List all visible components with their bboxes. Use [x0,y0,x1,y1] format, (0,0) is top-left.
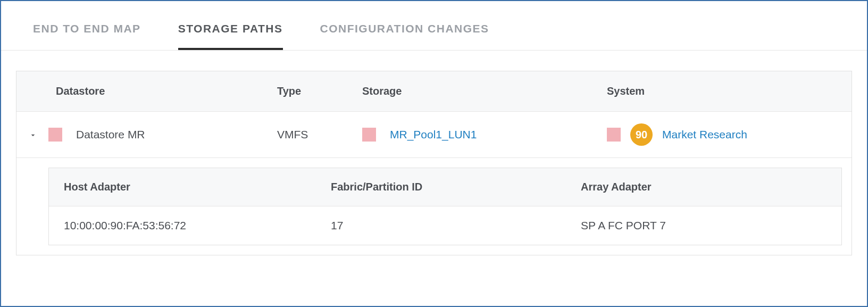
column-datastore-header: Datastore [48,85,277,97]
status-indicator-icon [48,128,62,142]
sub-table: Host Adapter Fabric/Partition ID Array A… [48,168,842,245]
fabric-partition-value: 17 [331,219,581,232]
health-score-badge: 90 [630,123,653,146]
tab-configuration-changes[interactable]: CONFIGURATION CHANGES [320,6,489,50]
array-adapter-value: SP A FC PORT 7 [581,219,804,232]
tab-bar: END TO END MAP STORAGE PATHS CONFIGURATI… [1,6,867,51]
type-cell: VMFS [277,128,362,141]
table-row: Datastore MR VMFS MR_Pool1_LUN1 90 Marke… [16,112,852,158]
main-table-header: Datastore Type Storage System [16,71,852,112]
column-type-header: Type [277,85,362,97]
tab-storage-paths[interactable]: STORAGE PATHS [178,6,283,50]
sub-table-header: Host Adapter Fabric/Partition ID Array A… [49,168,841,206]
system-link[interactable]: Market Research [662,128,747,141]
column-expand [16,85,48,97]
main-table-wrapper: Datastore Type Storage System Datastore … [16,71,852,255]
storage-link[interactable]: MR_Pool1_LUN1 [390,128,477,141]
host-adapter-value: 10:00:00:90:FA:53:56:72 [49,219,331,232]
main-table: Datastore Type Storage System Datastore … [16,71,852,255]
storage-cell: MR_Pool1_LUN1 [362,128,607,142]
column-fabric-partition-header: Fabric/Partition ID [331,181,581,193]
column-array-adapter-header: Array Adapter [581,181,804,193]
expand-toggle[interactable] [16,131,48,138]
status-indicator-icon [362,128,376,142]
datastore-name: Datastore MR [76,128,145,141]
chevron-down-icon [29,131,36,138]
system-cell: 90 Market Research [607,123,830,146]
tab-end-to-end-map[interactable]: END TO END MAP [33,6,141,50]
status-indicator-icon [607,128,621,142]
column-system-header: System [607,85,830,97]
datastore-cell: Datastore MR [48,128,277,142]
sub-table-row: 10:00:00:90:FA:53:56:72 17 SP A FC PORT … [49,206,841,245]
column-host-adapter-header: Host Adapter [49,181,331,193]
column-storage-header: Storage [362,85,607,97]
storage-paths-panel: END TO END MAP STORAGE PATHS CONFIGURATI… [0,0,868,307]
